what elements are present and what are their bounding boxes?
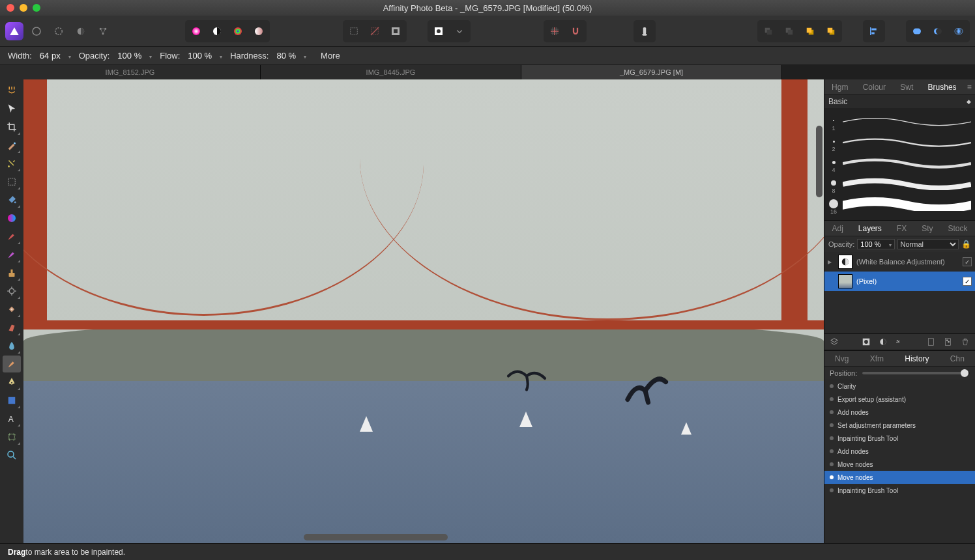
quick-mask-icon[interactable] [429,22,448,40]
history-item[interactable]: Set adjustment parameters [824,419,975,432]
layer-visibility-checkbox[interactable]: ✓ [963,277,972,286]
flood-select-icon[interactable] [3,155,21,172]
color-wheel-icon[interactable] [187,22,205,40]
hardness-value[interactable]: 80 % [274,50,309,61]
tab-stock[interactable]: Stock [944,224,971,233]
crop-tool-icon[interactable] [3,119,21,135]
tab-adj[interactable]: Adj [828,224,847,233]
shape-tool-icon[interactable] [3,392,21,409]
move-tool-icon[interactable] [3,100,21,117]
panel-menu-icon[interactable]: ≡ [967,83,972,92]
history-item[interactable]: Move nodes [824,471,975,484]
history-item[interactable]: Inpainting Brush Tool [824,432,975,445]
zoom-tool-icon[interactable] [3,447,21,464]
snap-icon[interactable] [566,22,585,40]
brush-item[interactable] [828,173,971,193]
develop-persona-icon[interactable] [50,22,68,40]
move-front-icon[interactable] [822,22,840,40]
opacity-value[interactable]: 100 % [115,50,154,61]
width-value[interactable]: 64 px [37,50,74,61]
lock-icon[interactable]: 🔒 [961,240,971,249]
selection-brush-icon[interactable] [3,137,21,154]
move-forward-icon[interactable] [801,22,819,40]
liquify-persona-icon[interactable] [27,22,46,40]
smudge-brush-icon[interactable] [3,337,21,354]
brush-item[interactable] [828,152,971,172]
text-tool-icon[interactable]: A [3,410,21,427]
brush-item[interactable] [828,111,971,130]
horizontal-scrollbar[interactable] [304,534,448,540]
disclosure-icon[interactable]: ▶ [828,259,834,265]
history-item[interactable]: Clarity [824,380,975,393]
tab-doc-3[interactable]: _MG_6579.JPG [M] [521,65,782,79]
clone-brush-icon[interactable] [3,264,21,281]
pen-tool-icon[interactable] [3,374,21,391]
color-sample-icon[interactable] [229,22,247,40]
tab-nvg[interactable]: Nvg [831,354,852,363]
tone-map-persona-icon[interactable] [72,22,90,40]
mesh-warp-icon[interactable] [3,428,21,445]
erase-brush-icon[interactable] [3,246,21,263]
gradient-circle-icon[interactable] [250,22,268,40]
maximize-button[interactable] [33,4,40,12]
split-bw-icon[interactable] [208,22,226,40]
move-back-icon[interactable] [759,22,778,40]
brush-item[interactable] [828,194,971,214]
tab-xfm[interactable]: Xfm [866,354,888,363]
union-icon[interactable] [908,22,926,40]
grid-icon[interactable] [546,22,564,40]
history-item[interactable]: Move nodes [824,458,975,471]
assistant-icon[interactable] [635,22,654,40]
delete-layer-icon[interactable] [959,337,971,347]
tab-swt[interactable]: Swt [896,83,917,92]
minimize-button[interactable] [20,4,27,12]
quickmask-chevron-icon[interactable] [450,22,469,40]
marquee-tool-icon[interactable] [3,173,21,190]
layer-visibility-checkbox[interactable]: ✓ [963,257,972,266]
gradient-tool-icon[interactable] [3,210,21,227]
flood-fill-icon[interactable] [3,191,21,208]
history-item[interactable]: Export setup (assistant) [824,393,975,406]
mask-icon[interactable] [860,337,872,347]
adjustment-icon[interactable] [877,337,889,347]
heal-brush-icon[interactable] [3,301,21,318]
layer-opacity-value[interactable]: 100 % [857,239,894,249]
vertical-scrollbar[interactable] [816,126,822,197]
tab-brushes[interactable]: Brushes [924,83,961,92]
tab-sty[interactable]: Sty [918,224,937,233]
subtract-icon[interactable] [929,22,947,40]
tab-doc-2[interactable]: IMG_8445.JPG [261,65,521,79]
tab-fx[interactable]: FX [893,224,910,233]
tab-layers[interactable]: Layers [854,224,886,233]
brush-item[interactable] [828,132,971,151]
tab-history[interactable]: History [901,354,933,363]
align-icon[interactable] [865,22,883,40]
history-item[interactable]: Inpainting Brush Tool [824,484,975,497]
new-layer-icon[interactable] [925,337,937,347]
position-slider[interactable] [862,372,970,374]
flow-value[interactable]: 100 % [185,50,225,61]
tab-chn[interactable]: Chn [946,354,968,363]
view-tool-icon[interactable] [3,82,21,99]
photo-persona-icon[interactable] [5,22,23,40]
retouch-brush-icon[interactable] [3,319,21,336]
close-button[interactable] [7,4,14,12]
deselect-icon[interactable] [366,22,384,40]
layer-row[interactable]: (Pixel) ✓ [824,272,975,291]
brush-category-dropdown[interactable]: Basic ◆ [824,95,975,108]
layer-row[interactable]: ▶ (White Balance Adjustment) ✓ [824,252,975,272]
intersect-icon[interactable] [950,22,968,40]
export-persona-icon[interactable] [94,22,112,40]
tab-hgm[interactable]: Hgm [828,83,852,92]
new-pixel-layer-icon[interactable] [942,337,954,347]
layers-stack-icon[interactable] [828,337,840,347]
history-item[interactable]: Add nodes [824,406,975,419]
move-backward-icon[interactable] [780,22,798,40]
dodge-brush-icon[interactable] [3,283,21,300]
paint-brush-icon[interactable] [3,228,21,245]
tab-colour[interactable]: Colour [859,83,890,92]
tab-doc-1[interactable]: IMG_8152.JPG [0,65,261,79]
inpainting-brush-icon[interactable] [3,356,21,372]
more-button[interactable]: More [321,51,340,61]
canvas[interactable] [23,79,824,543]
